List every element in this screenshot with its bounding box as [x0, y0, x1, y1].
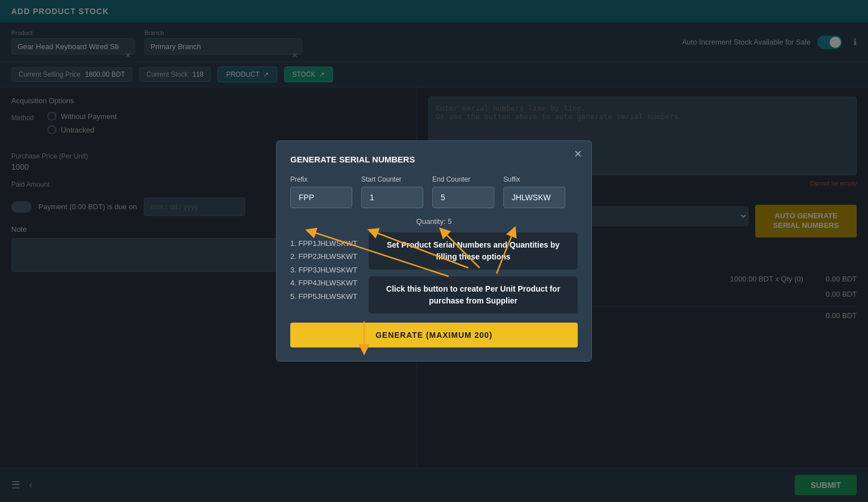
annotation-area: Set Product Serial Numbers and Quantitie…	[369, 232, 578, 314]
prefix-input[interactable]	[290, 187, 352, 208]
modal-overlay[interactable]: GENERATE SERIAL NUMBERS ✕ Prefix Start C…	[0, 0, 868, 502]
prefix-label: Prefix	[290, 175, 352, 183]
annotation-click-text: Click this button to create Per Unit Pro…	[369, 276, 578, 314]
start-counter-label: Start Counter	[361, 175, 423, 183]
generate-button-label: GENERATE (MAXIMUM 200)	[375, 331, 493, 340]
preview-item-2: 2. FPP2JHLWSKWT	[290, 250, 357, 263]
preview-item-1: 1. FPP1JHLWSKWT	[290, 237, 357, 250]
preview-item-5: 5. FPP5JHLWSKWT	[290, 290, 357, 303]
prefix-field: Prefix	[290, 175, 352, 208]
preview-list: 1. FPP1JHLWSKWT 2. FPP2JHLWSKWT 3. FPP3J…	[290, 237, 357, 314]
modal-close-button[interactable]: ✕	[574, 148, 582, 160]
suffix-input[interactable]	[503, 187, 565, 208]
preview-item-3: 3. FPP3JHLWSKWT	[290, 263, 357, 276]
start-counter-field: Start Counter	[361, 175, 423, 208]
end-counter-field: End Counter	[432, 175, 494, 208]
end-counter-label: End Counter	[432, 175, 494, 183]
end-counter-input[interactable]	[432, 187, 494, 208]
generate-button[interactable]: GENERATE (MAXIMUM 200)	[290, 323, 578, 347]
suffix-field: Suffix	[503, 175, 565, 208]
modal-fields: Prefix Start Counter End Counter Suffix	[290, 175, 578, 208]
annotation-set-text: Set Product Serial Numbers and Quantitie…	[369, 232, 578, 270]
modal-title: GENERATE SERIAL NUMBERS	[290, 155, 578, 164]
generate-serial-modal: GENERATE SERIAL NUMBERS ✕ Prefix Start C…	[276, 140, 592, 362]
quantity-display: Quantity: 5	[290, 217, 578, 226]
start-counter-input[interactable]	[361, 187, 423, 208]
preview-item-4: 4. FPP4JHLWSKWT	[290, 276, 357, 289]
suffix-label: Suffix	[503, 175, 565, 183]
modal-bottom-area: 1. FPP1JHLWSKWT 2. FPP2JHLWSKWT 3. FPP3J…	[290, 232, 578, 314]
